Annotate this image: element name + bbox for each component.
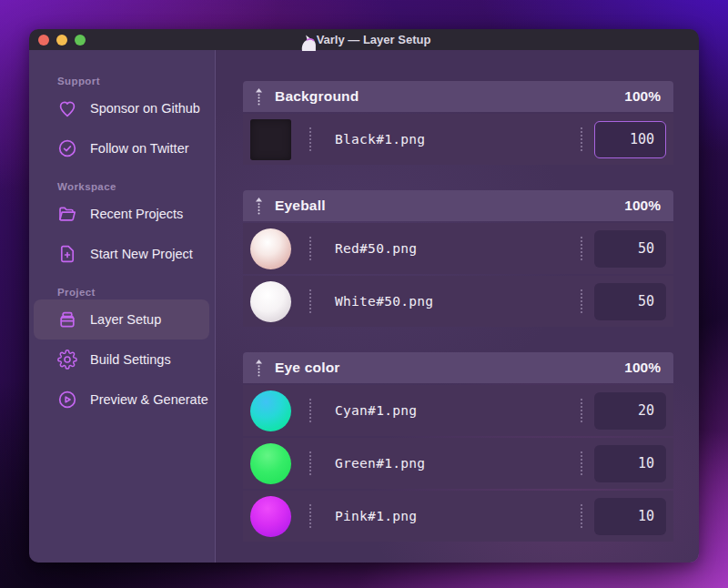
sidebar-item-label: Build Settings: [90, 352, 171, 367]
divider-dots: [581, 504, 582, 528]
folder-open-icon: [56, 203, 78, 225]
layer-thumbnail: [250, 496, 291, 537]
traffic-lights: [38, 35, 86, 46]
window-titlebar[interactable]: Varly — Layer Setup: [29, 29, 699, 50]
sidebar-item-label: Follow on Twitter: [90, 141, 189, 156]
divider-dots: [581, 399, 582, 422]
layer-thumbnail: [250, 228, 291, 269]
window-title: Varly — Layer Setup: [29, 29, 699, 50]
play-circle-icon: [56, 389, 78, 411]
layer-weight-input[interactable]: [594, 230, 666, 268]
sidebar-item-recent-projects[interactable]: Recent Projects: [29, 194, 215, 234]
divider-dots: [309, 399, 311, 422]
app-window: Varly — Layer Setup Support Sponsor on G…: [29, 29, 699, 563]
group-opacity: 100%: [624, 198, 661, 214]
layer-group-eyeball: Eyeball 100% Red#50.png White#50.png: [243, 190, 673, 327]
layer-filename: Black#1.png: [335, 132, 425, 147]
layer-group-eye-color: Eye color 100% Cyan#1.png Green#1.png: [243, 352, 673, 542]
layer-filename: Green#1.png: [335, 456, 425, 471]
layer-thumbnail: [250, 119, 291, 160]
sidebar-item-build-settings[interactable]: Build Settings: [29, 340, 215, 380]
zoom-window-button[interactable]: [75, 35, 86, 46]
unicorn-icon: [298, 33, 311, 46]
sidebar: Support Sponsor on Github Follow on Twit…: [29, 50, 216, 563]
layer-group-header[interactable]: Eye color 100%: [243, 352, 673, 383]
sidebar-item-label: Layer Setup: [90, 312, 161, 327]
divider-dots: [581, 237, 582, 260]
sidebar-item-start-new-project[interactable]: Start New Project: [29, 234, 215, 274]
layer-row-green[interactable]: Green#1.png: [243, 438, 673, 489]
sidebar-section-support: Support: [57, 76, 215, 86]
layer-weight-input[interactable]: [594, 445, 666, 482]
divider-dots: [309, 504, 311, 528]
heart-icon: [56, 97, 78, 119]
group-title: Eyeball: [275, 198, 326, 214]
group-title: Eye color: [275, 360, 340, 376]
layer-row-pink[interactable]: Pink#1.png: [243, 491, 673, 542]
minimize-window-button[interactable]: [56, 35, 67, 46]
divider-dots: [309, 127, 311, 151]
layer-weight-input[interactable]: [594, 121, 666, 158]
layer-filename: White#50.png: [335, 294, 433, 309]
sidebar-item-label: Recent Projects: [90, 207, 183, 221]
layer-filename: Pink#1.png: [335, 509, 417, 523]
layer-thumbnail: [250, 443, 291, 484]
layer-weight-input[interactable]: [594, 392, 666, 430]
file-plus-icon: [56, 243, 78, 265]
gear-icon: [56, 349, 78, 370]
close-window-button[interactable]: [38, 35, 49, 46]
sidebar-item-label: Preview & Generate: [90, 392, 208, 407]
layer-row-black[interactable]: Black#1.png: [243, 114, 673, 165]
drag-handle-icon[interactable]: [255, 198, 263, 215]
group-opacity: 100%: [624, 360, 661, 376]
archive-box-icon: [56, 309, 78, 330]
group-title: Background: [275, 88, 359, 105]
window-title-text: Varly — Layer Setup: [317, 33, 431, 46]
layer-row-cyan[interactable]: Cyan#1.png: [243, 385, 673, 436]
sidebar-item-preview-generate[interactable]: Preview & Generate: [29, 380, 215, 420]
layer-thumbnail: [250, 390, 291, 431]
group-opacity: 100%: [624, 88, 661, 105]
divider-dots: [309, 289, 311, 313]
divider-dots: [581, 451, 582, 475]
divider-dots: [581, 289, 582, 313]
divider-dots: [309, 237, 311, 260]
layer-row-white[interactable]: White#50.png: [243, 276, 673, 327]
layer-row-red[interactable]: Red#50.png: [243, 223, 673, 274]
drag-handle-icon[interactable]: [255, 360, 263, 377]
sidebar-item-layer-setup[interactable]: Layer Setup: [34, 299, 209, 340]
badge-check-icon: [56, 137, 78, 159]
layer-group-header[interactable]: Eyeball 100%: [243, 190, 673, 221]
drag-handle-icon[interactable]: [255, 88, 263, 106]
divider-dots: [309, 451, 311, 475]
layer-filename: Red#50.png: [335, 241, 417, 256]
sidebar-section-workspace: Workspace: [57, 181, 215, 192]
sidebar-item-label: Start New Project: [90, 247, 193, 261]
sidebar-item-label: Sponsor on Github: [90, 101, 200, 116]
layer-weight-input[interactable]: [594, 283, 666, 320]
layer-thumbnail: [250, 281, 291, 322]
divider-dots: [581, 127, 582, 151]
layer-group-background: Background 100% Black#1.png: [243, 81, 673, 165]
layer-setup-panel: Background 100% Black#1.png: [216, 50, 699, 563]
layer-weight-input[interactable]: [594, 498, 666, 535]
sidebar-section-project: Project: [57, 287, 215, 298]
layer-filename: Cyan#1.png: [335, 403, 417, 418]
sidebar-item-sponsor-github[interactable]: Sponsor on Github: [29, 88, 215, 128]
sidebar-item-follow-twitter[interactable]: Follow on Twitter: [29, 128, 215, 168]
layer-group-header[interactable]: Background 100%: [243, 81, 673, 112]
